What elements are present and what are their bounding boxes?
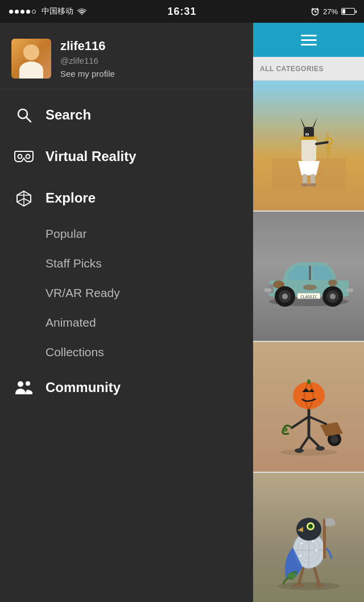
hamburger-menu-button[interactable] — [301, 35, 317, 46]
svg-point-36 — [303, 284, 317, 290]
svg-point-12 — [18, 381, 23, 387]
svg-line-83 — [315, 568, 318, 583]
sidebar-subitem-collections[interactable]: Collections — [0, 337, 253, 367]
svg-point-5 — [18, 155, 22, 159]
svg-rect-45 — [264, 288, 271, 292]
alarm-icon — [311, 7, 320, 16]
sidebar-subitem-animated[interactable]: Animated — [0, 308, 253, 337]
svg-point-59 — [282, 427, 288, 432]
svg-marker-19 — [313, 117, 317, 127]
category-bar[interactable]: ALL CATEGORIES — [253, 57, 364, 81]
category-label: ALL CATEGORIES — [260, 65, 324, 73]
svg-line-57 — [292, 417, 309, 428]
see-profile-link[interactable]: See my profile — [60, 69, 115, 79]
svg-rect-46 — [346, 288, 353, 292]
time-display: 16:31 — [167, 6, 196, 18]
sidebar-item-search[interactable]: Search — [0, 94, 253, 136]
battery-icon — [341, 8, 355, 15]
svg-point-60 — [293, 382, 325, 409]
signal-dot-1 — [9, 10, 13, 14]
svg-point-6 — [26, 155, 30, 159]
svg-point-13 — [26, 381, 30, 386]
cube-icon — [14, 189, 34, 207]
battery-percent: 27% — [323, 7, 338, 16]
vr-label: Virtual Reality — [46, 149, 136, 164]
svg-line-54 — [309, 436, 319, 447]
svg-point-80 — [312, 524, 313, 525]
sidebar-item-community[interactable]: Community — [0, 367, 253, 408]
svg-point-31 — [309, 183, 317, 187]
image-grid: CLASSIC — [253, 81, 364, 602]
svg-line-10 — [17, 199, 24, 202]
status-bar: 中国移动 16:31 27% — [0, 0, 364, 23]
handle-label: @zlife116 — [60, 56, 115, 65]
svg-point-40 — [282, 294, 288, 299]
grid-image-car[interactable]: CLASSIC — [253, 212, 364, 343]
svg-point-51 — [330, 435, 338, 443]
svg-text:CLASSIC: CLASSIC — [300, 295, 317, 299]
svg-point-72 — [312, 540, 314, 542]
svg-point-64 — [278, 582, 340, 590]
sidebar-subitem-staff-picks[interactable]: Staff Picks — [0, 249, 253, 278]
avatar-body — [19, 61, 43, 79]
status-right: 27% — [311, 7, 355, 16]
username-label: zlife116 — [60, 39, 115, 53]
hamburger-line-2 — [301, 39, 317, 41]
svg-point-43 — [330, 294, 336, 299]
svg-point-73 — [315, 549, 317, 551]
profile-section[interactable]: zlife116 @zlife116 See my profile — [0, 28, 253, 89]
grid-image-pumpkin[interactable] — [253, 342, 364, 473]
avatar-head — [23, 44, 39, 60]
battery-body — [341, 8, 355, 15]
svg-point-90 — [287, 573, 296, 579]
signal-dot-4 — [26, 10, 30, 14]
community-label: Community — [46, 380, 121, 395]
main-layout: zlife116 @zlife116 See my profile Search — [0, 23, 364, 602]
carrier-label: 中国移动 — [42, 6, 73, 17]
svg-point-49 — [280, 449, 337, 456]
right-panel: ALL CATEGORIES — [253, 23, 364, 602]
battery-fill — [342, 9, 345, 14]
avatar — [11, 39, 51, 79]
svg-line-11 — [24, 199, 31, 202]
wifi-icon — [77, 7, 87, 15]
svg-marker-16 — [298, 161, 320, 175]
svg-point-35 — [328, 279, 337, 286]
svg-line-53 — [300, 436, 309, 449]
hamburger-line-1 — [301, 35, 317, 36]
grid-image-bird[interactable] — [253, 473, 364, 603]
svg-rect-15 — [301, 138, 316, 161]
signal-dot-2 — [15, 10, 19, 14]
community-icon — [14, 380, 34, 395]
avatar-figure — [11, 39, 51, 79]
signal-dot-3 — [20, 10, 24, 14]
svg-rect-27 — [300, 137, 317, 140]
svg-rect-63 — [307, 380, 311, 384]
sidebar: zlife116 @zlife116 See my profile Search — [0, 23, 253, 602]
profile-info: zlife116 @zlife116 See my profile — [60, 39, 115, 79]
svg-marker-18 — [300, 117, 305, 127]
search-icon — [14, 106, 34, 123]
search-label: Search — [46, 107, 91, 123]
right-topbar — [253, 23, 364, 57]
svg-point-55 — [295, 448, 304, 453]
svg-point-56 — [316, 446, 325, 451]
svg-point-26 — [306, 134, 307, 135]
signal-dots — [9, 10, 36, 14]
sidebar-item-explore[interactable]: Explore — [0, 177, 253, 219]
svg-point-74 — [299, 555, 301, 557]
svg-line-58 — [309, 417, 326, 424]
svg-rect-28 — [303, 174, 307, 184]
status-left: 中国移动 — [9, 6, 87, 17]
grid-image-anubis[interactable] — [253, 81, 364, 212]
vr-icon — [14, 150, 34, 163]
sidebar-item-vr[interactable]: Virtual Reality — [0, 136, 253, 177]
explore-label: Explore — [46, 190, 96, 206]
svg-rect-29 — [311, 174, 315, 184]
sidebar-subitem-vr-ar-ready[interactable]: VR/AR Ready — [0, 278, 253, 308]
hamburger-line-3 — [301, 44, 317, 46]
svg-line-4 — [27, 118, 31, 122]
sidebar-subitem-popular[interactable]: Popular — [0, 219, 253, 249]
svg-point-71 — [300, 542, 303, 545]
svg-point-30 — [301, 183, 309, 187]
